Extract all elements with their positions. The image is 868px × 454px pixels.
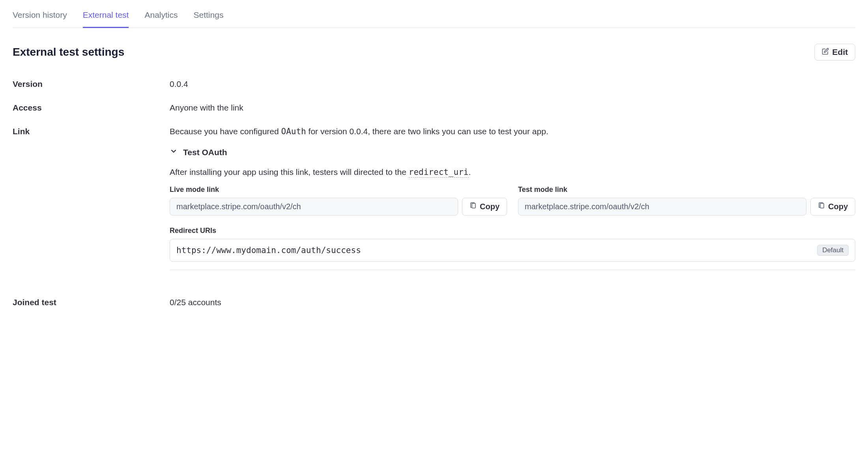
link-description: Because you have configured OAuth for ve… [170,127,855,136]
redirect-uri-row: https://www.mydomain.com/auth/success De… [170,239,855,262]
clipboard-icon [470,202,477,211]
test-link-url[interactable]: marketplace.stripe.com/oauth/v2/ch [518,198,806,216]
row-value-access: Anyone with the link [170,103,855,113]
tab-version-history[interactable]: Version history [13,10,67,28]
oauth-token: OAuth [281,127,306,136]
row-value-link: Because you have configured OAuth for ve… [170,127,855,283]
copy-test-link-label: Copy [828,202,848,211]
default-badge: Default [817,245,849,256]
row-value-joined: 0/25 accounts [170,298,855,307]
copy-test-link-button[interactable]: Copy [810,198,855,216]
row-label-link: Link [13,127,170,136]
oauth-instruction-pre: After installing your app using this lin… [170,167,409,176]
link-description-pre: Because you have configured [170,127,281,136]
redirect-uri-token: redirect_uri [409,167,469,178]
separator [170,270,855,270]
row-value-version: 0.0.4 [170,79,855,89]
tab-external-test[interactable]: External test [83,10,129,28]
live-link-label: Live mode link [170,186,507,194]
link-description-post: for version 0.0.4, there are two links y… [306,127,548,136]
svg-rect-0 [472,203,475,208]
clipboard-icon [818,202,825,211]
test-oauth-toggle[interactable]: Test OAuth [170,147,855,157]
test-oauth-title: Test OAuth [183,148,227,157]
copy-live-link-button[interactable]: Copy [462,198,507,216]
row-link: Link Because you have configured OAuth f… [13,127,855,283]
tab-analytics[interactable]: Analytics [144,10,178,28]
svg-rect-1 [820,203,824,208]
link-grid: Live mode link marketplace.stripe.com/oa… [170,186,855,216]
redirect-uri-value: https://www.mydomain.com/auth/success [176,246,361,255]
test-link-label: Test mode link [518,186,855,194]
row-label-version: Version [13,79,170,89]
edit-icon [822,47,829,57]
edit-button[interactable]: Edit [814,44,855,60]
tab-settings[interactable]: Settings [194,10,224,28]
copy-live-link-label: Copy [480,202,499,211]
test-link-column: Test mode link marketplace.stripe.com/oa… [518,186,855,216]
oauth-instruction: After installing your app using this lin… [170,167,855,177]
edit-button-label: Edit [832,47,848,57]
row-access: Access Anyone with the link [13,103,855,113]
live-link-column: Live mode link marketplace.stripe.com/oa… [170,186,507,216]
row-joined-test: Joined test 0/25 accounts [13,298,855,307]
redirect-uris-section: Redirect URIs https://www.mydomain.com/a… [170,227,855,262]
tabs: Version history External test Analytics … [13,0,855,28]
live-link-url[interactable]: marketplace.stripe.com/oauth/v2/ch [170,198,458,216]
chevron-down-icon [170,147,178,157]
row-label-joined: Joined test [13,298,170,307]
oauth-instruction-post: . [469,167,471,176]
page-header: External test settings Edit [13,44,855,60]
row-label-access: Access [13,103,170,113]
row-version: Version 0.0.4 [13,79,855,89]
page-title: External test settings [13,46,124,58]
redirect-uris-label: Redirect URIs [170,227,855,235]
